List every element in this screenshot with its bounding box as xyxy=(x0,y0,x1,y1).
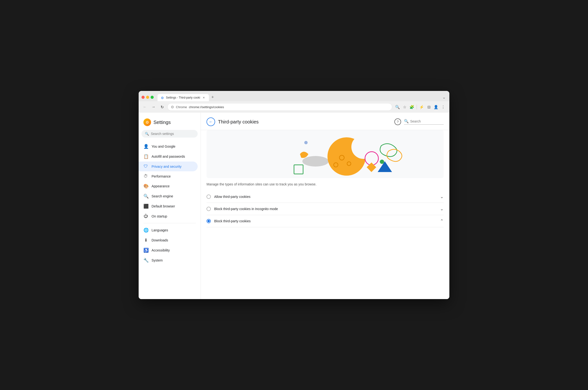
download-icon: ⬇ xyxy=(143,238,148,243)
minimize-button[interactable] xyxy=(146,96,149,99)
sidebar-item-you-and-google[interactable]: 👤 You and Google xyxy=(139,142,198,151)
performance-icon: ⏱ xyxy=(143,174,148,179)
option-block-incognito-expand-icon[interactable]: ⌄ xyxy=(440,206,444,211)
cookie-svg xyxy=(206,130,444,178)
shield-icon: 🛡 xyxy=(143,164,148,169)
extensions-button[interactable]: 🧩 xyxy=(408,104,415,110)
sidebar-item-privacy[interactable]: 🛡 Privacy and security xyxy=(139,161,198,171)
system-icon: 🔧 xyxy=(143,258,148,263)
cookie-illustration xyxy=(206,130,444,178)
option-block-all-expand-icon[interactable]: ⌃ xyxy=(440,218,444,224)
forward-nav-button[interactable]: → xyxy=(150,104,157,110)
settings-title: Settings xyxy=(154,120,171,125)
search-settings-placeholder: Search settings xyxy=(151,132,174,136)
traffic-lights xyxy=(142,96,154,99)
search-icon: 🔍 xyxy=(145,132,149,136)
chrome-logo-icon: ⊙ xyxy=(171,105,174,109)
accessibility-icon: ♿ xyxy=(143,248,148,253)
sidebar-item-downloads[interactable]: ⬇ Downloads xyxy=(139,235,198,245)
svg-point-1 xyxy=(302,156,329,167)
option-allow[interactable]: Allow third-party cookies ⌄ xyxy=(206,191,444,203)
startup-icon: ⏻ xyxy=(143,214,148,219)
tab-close-button[interactable]: ✕ xyxy=(202,96,205,99)
sidebar: ⚙ Settings 🔍 Search settings 👤 You and G… xyxy=(139,113,201,299)
panel-search-icon: 🔍 xyxy=(404,119,409,123)
sidebar-item-default-browser[interactable]: ⬛ Default browser xyxy=(139,201,198,211)
autofill-icon: 📋 xyxy=(143,154,148,159)
radio-allow[interactable] xyxy=(206,195,211,199)
menu-button[interactable]: ⋮ xyxy=(440,104,446,110)
tab-expand-button[interactable]: ⌄ xyxy=(441,94,446,100)
sidebar-label-appearance: Appearance xyxy=(152,184,170,188)
panel-header: ← Third-party cookies ? 🔍 xyxy=(201,113,449,130)
main-panel: ← Third-party cookies ? 🔍 xyxy=(201,113,449,299)
title-bar: ⚙ Settings - Third-party cooki ✕ + ⌄ xyxy=(139,91,449,101)
maximize-button[interactable] xyxy=(151,96,154,99)
sidebar-label-on-startup: On startup xyxy=(152,214,167,218)
sidebar-item-performance[interactable]: ⏱ Performance xyxy=(139,171,198,181)
panel-actions: ? 🔍 xyxy=(394,118,444,125)
back-button[interactable]: ← xyxy=(206,117,215,126)
sidebar-label-search-engine: Search engine xyxy=(152,194,173,198)
panel-search-input[interactable] xyxy=(410,119,444,123)
sidebar-item-autofill[interactable]: 📋 Autofill and passwords xyxy=(139,151,198,161)
reload-button[interactable]: ↻ xyxy=(159,104,165,110)
option-allow-expand-icon[interactable]: ⌄ xyxy=(440,194,444,199)
nav-bar: ← → ↻ ⊙ Chrome chrome://settings/cookies… xyxy=(139,101,449,113)
radio-block-incognito[interactable] xyxy=(206,207,211,211)
new-tab-button[interactable]: + xyxy=(209,93,216,101)
radio-block-all[interactable] xyxy=(206,219,211,223)
zoom-button[interactable]: 🔍 xyxy=(394,104,401,110)
options-area: Manage the types of information sites ca… xyxy=(201,178,449,231)
sidebar-item-appearance[interactable]: 🎨 Appearance xyxy=(139,181,198,191)
sidebar-item-accessibility[interactable]: ♿ Accessibility xyxy=(139,245,198,255)
sidebar-label-performance: Performance xyxy=(152,174,171,178)
address-bar[interactable]: ⊙ Chrome chrome://settings/cookies xyxy=(167,103,392,111)
sidebar-item-search-engine[interactable]: 🔍 Search engine xyxy=(139,191,198,201)
panel-title: Third-party cookies xyxy=(218,119,392,125)
svg-rect-0 xyxy=(230,130,421,178)
help-button[interactable]: ? xyxy=(394,118,401,125)
globe-icon: 🌐 xyxy=(143,228,148,233)
sidebar-label-system: System xyxy=(152,258,163,262)
nav-actions: 🔍 ☆ 🧩 ⚡ ⊟ 👤 ⋮ xyxy=(394,104,446,110)
back-nav-button[interactable]: ← xyxy=(142,104,148,110)
sidebar-item-system[interactable]: 🔧 System xyxy=(139,255,198,265)
search-engine-icon: 🔍 xyxy=(143,194,148,199)
sidebar-label-downloads: Downloads xyxy=(152,238,168,242)
sidebar-label-languages: Languages xyxy=(152,228,168,232)
browser-icon: ⬛ xyxy=(143,204,148,209)
sidebar-item-on-startup[interactable]: ⏻ On startup xyxy=(139,211,198,221)
search-settings[interactable]: 🔍 Search settings xyxy=(142,130,198,138)
active-tab[interactable]: ⚙ Settings - Third-party cooki ✕ xyxy=(157,94,209,101)
sidebar-label-accessibility: Accessibility xyxy=(152,248,170,252)
person-icon: 👤 xyxy=(143,144,148,149)
option-allow-label: Allow third-party cookies xyxy=(214,195,437,198)
tab-favicon-icon: ⚙ xyxy=(161,96,164,99)
chrome-label: Chrome xyxy=(176,105,187,109)
nav-divider xyxy=(417,104,417,109)
option-block-incognito[interactable]: Block third-party cookies in Incognito m… xyxy=(206,203,444,215)
browser-window: ⚙ Settings - Third-party cooki ✕ + ⌄ ← →… xyxy=(139,91,449,299)
close-button[interactable] xyxy=(142,96,145,99)
tab-title: Settings - Third-party cooki xyxy=(166,96,200,99)
settings-logo: ⚙ xyxy=(143,118,151,126)
profile-button[interactable]: 👤 xyxy=(433,104,439,110)
split-view-button[interactable]: ⊟ xyxy=(426,104,432,110)
sidebar-item-languages[interactable]: 🌐 Languages xyxy=(139,225,198,235)
bookmark-button[interactable]: ☆ xyxy=(401,104,408,110)
option-block-incognito-label: Block third-party cookies in Incognito m… xyxy=(214,207,437,211)
sidebar-label-you-and-google: You and Google xyxy=(152,145,175,148)
performance-button[interactable]: ⚡ xyxy=(418,104,425,110)
settings-header: ⚙ Settings xyxy=(139,116,200,130)
browser-content: ⚙ Settings 🔍 Search settings 👤 You and G… xyxy=(139,113,449,299)
sidebar-label-autofill: Autofill and passwords xyxy=(152,154,185,158)
sidebar-divider xyxy=(143,223,196,223)
svg-point-2 xyxy=(304,141,308,144)
option-block-all[interactable]: Block third-party cookies ⌃ xyxy=(206,215,444,227)
sidebar-label-privacy: Privacy and security xyxy=(152,165,181,168)
options-description: Manage the types of information sites ca… xyxy=(206,182,444,187)
option-block-all-label: Block third-party cookies xyxy=(214,219,437,223)
tabs-bar: ⚙ Settings - Third-party cooki ✕ + ⌄ xyxy=(157,93,446,101)
panel-search[interactable]: 🔍 xyxy=(404,119,444,125)
